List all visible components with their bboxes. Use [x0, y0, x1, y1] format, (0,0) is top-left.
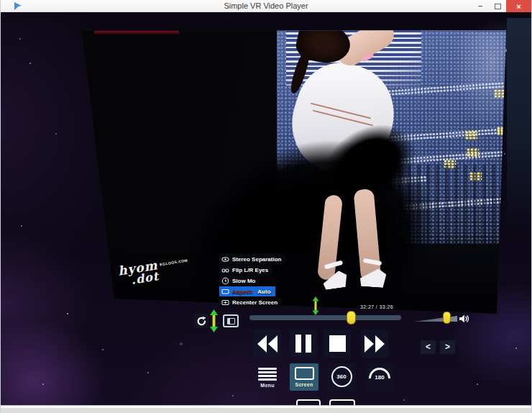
previous-button[interactable]: < — [421, 340, 436, 354]
title-bar: Simple VR Video Player – × — [1, 0, 531, 12]
rewind-icon — [257, 335, 278, 353]
minimize-button[interactable]: – — [472, 0, 489, 12]
mode-360-button[interactable]: 360 — [327, 363, 356, 391]
maximize-button[interactable] — [489, 0, 506, 12]
control-deck: 32:27 / 33:26 — [1, 12, 531, 405]
volume-thumb[interactable] — [443, 312, 451, 324]
maximize-icon — [495, 4, 501, 9]
pause-button[interactable] — [290, 330, 317, 358]
screen-mode-button[interactable]: Screen — [290, 363, 318, 391]
rewind-button[interactable] — [254, 330, 281, 358]
green-updown-icon — [312, 296, 319, 315]
seek-bar[interactable] — [249, 315, 401, 320]
fast-forward-button[interactable] — [361, 330, 388, 358]
mode-180-button[interactable]: 180 — [365, 363, 394, 391]
screen-height-handle[interactable] — [209, 309, 219, 335]
stop-icon — [329, 335, 346, 352]
volume-bar[interactable] — [414, 315, 457, 323]
close-button[interactable]: × — [506, 0, 531, 12]
vr-viewport[interactable]: hyomEGLOOS.COM .dot Stereo Separation Fl… — [1, 12, 531, 405]
fast-forward-icon — [364, 335, 385, 353]
screen-select-button[interactable] — [223, 314, 239, 327]
screen-mode-icon — [295, 367, 314, 380]
refresh-icon — [196, 316, 207, 327]
hamburger-icon — [258, 366, 277, 381]
menu-mode-button[interactable]: Menu — [253, 363, 282, 391]
recenter-view-button[interactable] — [194, 314, 208, 328]
mono-format-button[interactable] — [329, 399, 355, 405]
pause-icon — [295, 335, 311, 353]
side-by-side-format-button[interactable] — [296, 399, 321, 405]
seek-thumb[interactable] — [347, 311, 356, 324]
next-button[interactable]: > — [440, 340, 455, 354]
seek-height-handle[interactable] — [312, 296, 319, 318]
time-display: 32:27 / 33:26 — [360, 304, 393, 309]
app-window: Simple VR Video Player – × — [0, 0, 532, 413]
stop-button[interactable] — [324, 330, 351, 358]
window-bottom-frame — [1, 405, 531, 413]
window-title: Simple VR Video Player — [1, 1, 531, 10]
speaker-icon — [459, 314, 471, 327]
green-updown-icon — [209, 309, 219, 332]
360-icon: 360 — [331, 366, 352, 387]
caption-buttons: – × — [472, 0, 531, 12]
mini-monitor-icon — [227, 318, 235, 324]
